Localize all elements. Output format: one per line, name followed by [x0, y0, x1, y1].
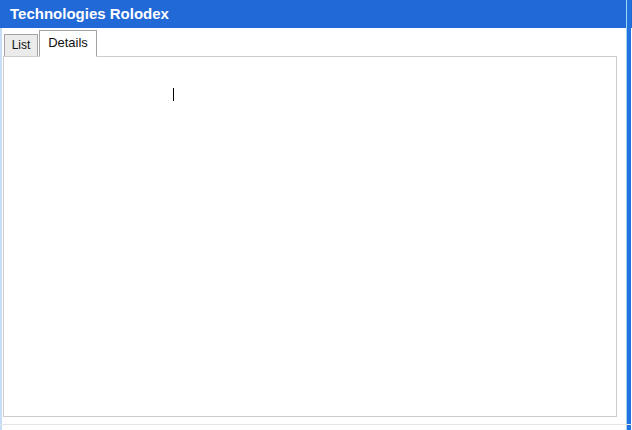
- rolodex-window: Technologies Rolodex List Details New Pe…: [0, 0, 632, 430]
- window-titlebar: Technologies Rolodex: [0, 0, 632, 28]
- details-tab-panel: [3, 56, 617, 417]
- text-caret: [173, 88, 174, 101]
- tab-details[interactable]: Details: [39, 30, 97, 57]
- window-title: Technologies Rolodex: [10, 5, 169, 22]
- window-left-border: [0, 28, 2, 430]
- window-right-border: [626, 0, 631, 430]
- tab-list[interactable]: List: [4, 34, 38, 56]
- window-bottom-divider: [0, 424, 632, 425]
